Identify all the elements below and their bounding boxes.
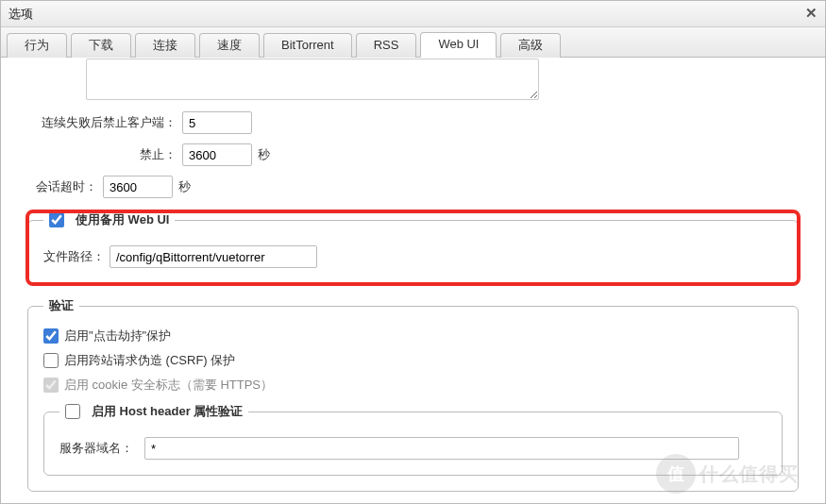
alt-webui-path-input[interactable] — [110, 245, 317, 268]
cookie-secure-checkbox — [43, 378, 59, 393]
alt-webui-legend: 使用备用 Web UI — [76, 211, 169, 228]
settings-scroll-area[interactable]: 连续失败后禁止客户端： 禁止： 秒 会话超时： 秒 使用备用 Web UI — [1, 59, 808, 503]
tab-bittorrent[interactable]: BitTorrent — [263, 33, 352, 58]
tab-rss[interactable]: RSS — [356, 33, 417, 58]
clickjacking-label: 启用"点击劫持"保护 — [64, 328, 171, 344]
session-timeout-unit: 秒 — [178, 178, 191, 195]
close-icon[interactable]: ✕ — [802, 6, 819, 23]
ban-after-failures-label: 连续失败后禁止客户端： — [27, 114, 177, 131]
auth-fieldset: 验证 启用"点击劫持"保护 启用跨站请求伪造 (CSRF) 保护 启用 cook… — [27, 297, 799, 492]
ban-for-input[interactable] — [182, 143, 252, 166]
host-header-checkbox[interactable] — [65, 404, 80, 419]
server-domain-input[interactable] — [144, 437, 739, 460]
server-domain-label: 服务器域名： — [59, 440, 144, 457]
alt-webui-checkbox[interactable] — [49, 212, 64, 227]
tab-connection[interactable]: 连接 — [135, 33, 195, 58]
auth-legend: 验证 — [49, 297, 74, 314]
dialog-titlebar: 选项 ✕ — [1, 1, 825, 27]
csrf-checkbox[interactable] — [43, 353, 59, 368]
tab-bar: 行为 下载 连接 速度 BitTorrent RSS Web UI 高级 — [1, 27, 825, 58]
tab-downloads[interactable]: 下载 — [71, 33, 131, 58]
ip-filter-textarea[interactable] — [86, 59, 539, 100]
host-header-fieldset: 启用 Host header 属性验证 服务器域名： — [43, 403, 783, 476]
tab-webui[interactable]: Web UI — [420, 32, 497, 58]
alt-webui-fieldset: 使用备用 Web UI 文件路径： — [27, 211, 799, 284]
cookie-secure-label: 启用 cookie 安全标志（需要 HTTPS） — [64, 377, 273, 394]
csrf-label: 启用跨站请求伪造 (CSRF) 保护 — [64, 352, 235, 369]
clickjacking-checkbox[interactable] — [43, 328, 59, 344]
host-header-legend: 启用 Host header 属性验证 — [92, 403, 243, 420]
tab-advanced[interactable]: 高级 — [500, 33, 561, 58]
session-timeout-input[interactable] — [103, 176, 173, 198]
ban-after-failures-input[interactable] — [182, 111, 252, 134]
ban-for-label: 禁止： — [27, 146, 177, 163]
session-timeout-label: 会话超时： — [27, 178, 97, 195]
tab-behavior[interactable]: 行为 — [7, 33, 67, 58]
dialog-title: 选项 — [8, 7, 33, 21]
tab-speed[interactable]: 速度 — [199, 33, 260, 58]
alt-webui-path-label: 文件路径： — [43, 248, 110, 265]
ban-for-unit: 秒 — [258, 146, 270, 163]
